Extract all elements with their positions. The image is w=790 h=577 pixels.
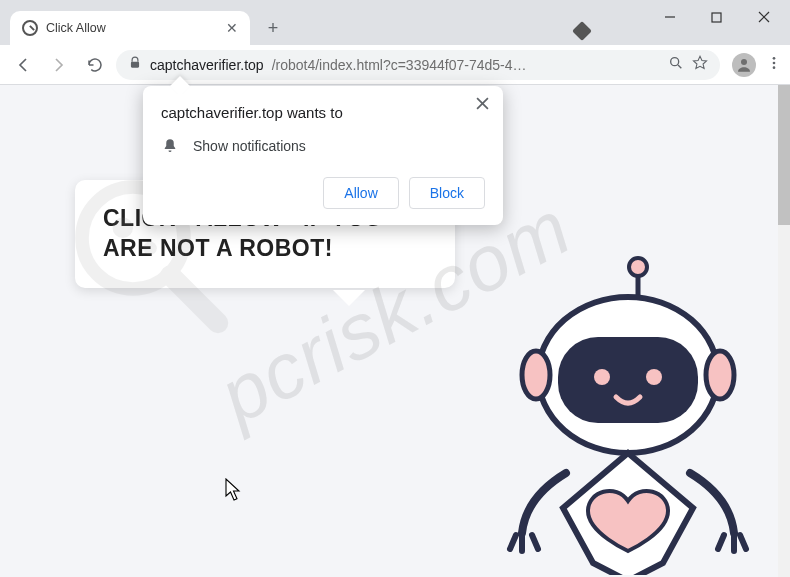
- lock-icon: [128, 56, 142, 73]
- minimize-button[interactable]: [647, 2, 692, 32]
- window-close-button[interactable]: [741, 2, 786, 32]
- allow-button[interactable]: Allow: [323, 177, 398, 209]
- new-tab-button[interactable]: +: [258, 18, 288, 45]
- svg-point-15: [706, 351, 734, 399]
- svg-point-8: [773, 57, 776, 60]
- svg-point-14: [522, 351, 550, 399]
- popup-title: captchaverifier.top wants to: [161, 104, 485, 121]
- block-button[interactable]: Block: [409, 177, 485, 209]
- svg-point-5: [671, 58, 679, 66]
- maximize-button[interactable]: [694, 2, 739, 32]
- popup-close-button[interactable]: [476, 96, 489, 114]
- svg-point-18: [646, 369, 662, 385]
- profile-avatar-icon[interactable]: [732, 53, 756, 77]
- url-path: /robot4/index.html?c=33944f07-74d5-4…: [272, 57, 527, 73]
- robot-image: [498, 255, 758, 577]
- browser-tab[interactable]: Click Allow ✕: [10, 11, 250, 45]
- browser-toolbar: captchaverifier.top/robot4/index.html?c=…: [0, 45, 790, 85]
- address-bar[interactable]: captchaverifier.top/robot4/index.html?c=…: [116, 50, 720, 80]
- menu-icon[interactable]: [766, 55, 782, 75]
- search-icon: [668, 55, 684, 74]
- close-tab-icon[interactable]: ✕: [226, 20, 238, 36]
- toolbar-right: [732, 53, 782, 77]
- svg-rect-16: [558, 337, 698, 423]
- forward-button[interactable]: [44, 50, 74, 80]
- reload-button[interactable]: [80, 50, 110, 80]
- globe-icon: [22, 20, 38, 36]
- svg-point-17: [594, 369, 610, 385]
- svg-point-9: [773, 61, 776, 64]
- svg-rect-1: [712, 13, 721, 22]
- browser-tab-indicator-icon: [572, 21, 592, 41]
- speech-line-2: ARE NOT A ROBOT!: [103, 234, 427, 264]
- tab-title: Click Allow: [46, 21, 106, 35]
- svg-rect-4: [131, 62, 139, 68]
- popup-message: Show notifications: [193, 138, 306, 154]
- svg-line-6: [678, 65, 681, 68]
- url-domain: captchaverifier.top: [150, 57, 264, 73]
- scrollbar-thumb[interactable]: [778, 85, 790, 225]
- back-button[interactable]: [8, 50, 38, 80]
- svg-point-10: [773, 66, 776, 69]
- svg-point-7: [741, 59, 747, 65]
- window-titlebar: Click Allow ✕ +: [0, 0, 790, 45]
- scrollbar-track[interactable]: [778, 85, 790, 577]
- notification-permission-popup: captchaverifier.top wants to Show notifi…: [143, 86, 503, 225]
- star-icon[interactable]: [692, 55, 708, 74]
- window-controls: [647, 2, 786, 32]
- svg-point-11: [629, 258, 647, 276]
- bell-icon: [161, 137, 179, 155]
